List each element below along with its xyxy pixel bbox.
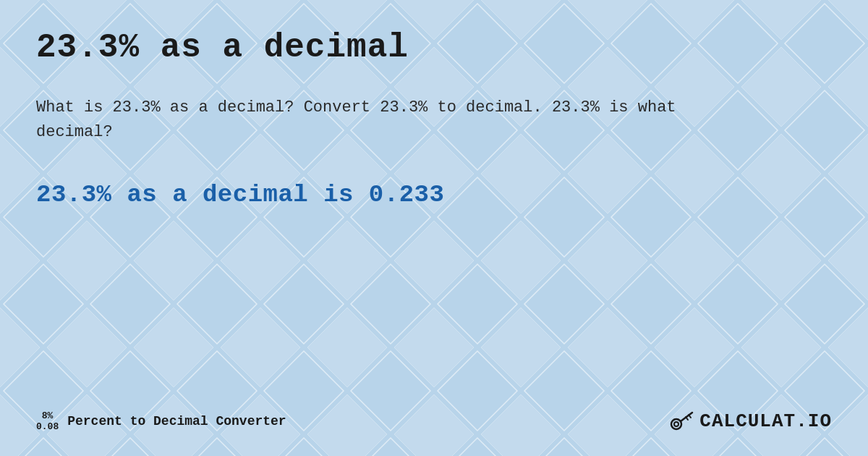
logo-text: CALCULAT.IO bbox=[699, 410, 832, 432]
footer-label: Percent to Decimal Converter bbox=[67, 414, 286, 428]
page-title: 23.3% as a decimal bbox=[36, 29, 832, 67]
description-text: What is 23.3% as a decimal? Convert 23.3… bbox=[36, 96, 687, 145]
svg-line-9 bbox=[686, 417, 688, 420]
logo-icon bbox=[669, 408, 695, 434]
footer: 8% 0.08 Percent to Decimal Converter CAL… bbox=[36, 401, 832, 434]
percent-top: 8% bbox=[42, 410, 54, 421]
percent-bottom: 0.08 bbox=[36, 421, 59, 432]
footer-left: 8% 0.08 Percent to Decimal Converter bbox=[36, 410, 286, 432]
logo: CALCULAT.IO bbox=[669, 408, 832, 434]
result-text: 23.3% as a decimal is 0.233 bbox=[36, 181, 832, 208]
svg-line-8 bbox=[689, 415, 691, 418]
svg-point-6 bbox=[674, 422, 678, 426]
svg-point-5 bbox=[671, 419, 681, 429]
percent-stack: 8% 0.08 bbox=[36, 410, 59, 432]
